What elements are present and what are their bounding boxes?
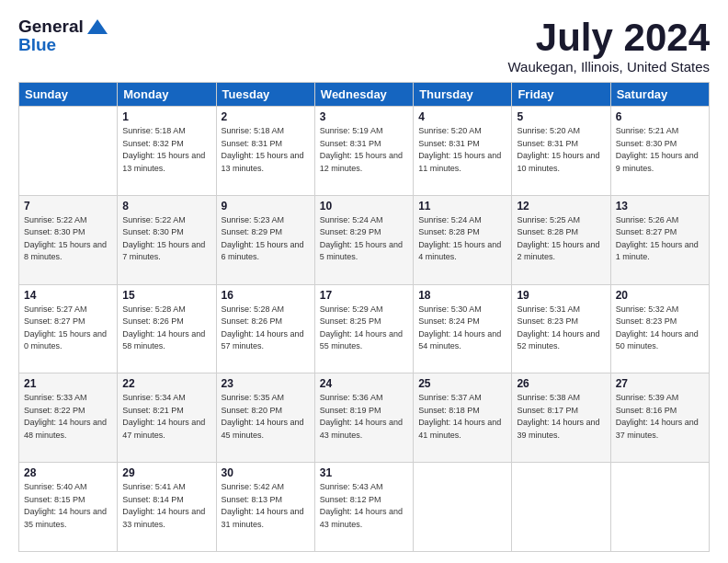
cell-3-3: 24 Sunrise: 5:36 AMSunset: 8:19 PMDaylig… [314,373,413,463]
day-info: Sunrise: 5:22 AMSunset: 8:30 PMDaylight:… [122,215,205,262]
cell-0-1: 1 Sunrise: 5:18 AMSunset: 8:32 PMDayligh… [118,107,216,196]
day-info: Sunrise: 5:19 AMSunset: 8:31 PMDaylight:… [320,126,403,173]
day-info: Sunrise: 5:26 AMSunset: 8:27 PMDaylight:… [616,215,699,262]
day-info: Sunrise: 5:36 AMSunset: 8:19 PMDaylight:… [320,393,403,440]
day-number: 24 [320,377,408,390]
week-row-3: 21 Sunrise: 5:33 AMSunset: 8:22 PMDaylig… [19,373,710,463]
svg-marker-0 [87,19,108,34]
cell-2-2: 16 Sunrise: 5:28 AMSunset: 8:26 PMDaylig… [216,284,314,373]
week-row-1: 7 Sunrise: 5:22 AMSunset: 8:30 PMDayligh… [19,195,710,284]
day-info: Sunrise: 5:22 AMSunset: 8:30 PMDaylight:… [24,215,107,262]
day-number: 25 [418,377,506,390]
day-info: Sunrise: 5:31 AMSunset: 8:23 PMDaylight:… [517,304,599,351]
cell-4-6 [610,463,709,552]
day-number: 26 [517,377,605,390]
header-friday: Friday [512,83,610,107]
day-number: 29 [122,466,210,479]
month-title: July 2024 [507,17,710,59]
cell-1-0: 7 Sunrise: 5:22 AMSunset: 8:30 PMDayligh… [19,195,118,284]
cell-1-1: 8 Sunrise: 5:22 AMSunset: 8:30 PMDayligh… [118,195,216,284]
day-number: 1 [122,110,210,123]
day-number: 28 [24,466,112,479]
day-number: 7 [24,200,112,213]
cell-4-2: 30 Sunrise: 5:42 AMSunset: 8:13 PMDaylig… [216,463,314,552]
cell-3-1: 22 Sunrise: 5:34 AMSunset: 8:21 PMDaylig… [118,373,216,463]
day-number: 5 [517,110,605,123]
logo-icon [87,19,108,34]
day-info: Sunrise: 5:39 AMSunset: 8:16 PMDaylight:… [616,393,699,440]
cell-0-4: 4 Sunrise: 5:20 AMSunset: 8:31 PMDayligh… [414,107,512,196]
day-number: 30 [222,466,310,479]
day-info: Sunrise: 5:20 AMSunset: 8:31 PMDaylight:… [517,126,599,173]
header: General Blue July 2024 Waukegan, Illinoi… [18,17,710,75]
header-saturday: Saturday [610,83,709,107]
cell-0-0 [19,107,118,196]
day-number: 10 [320,200,408,213]
day-info: Sunrise: 5:21 AMSunset: 8:30 PMDaylight:… [616,126,699,173]
cell-1-4: 11 Sunrise: 5:24 AMSunset: 8:28 PMDaylig… [414,195,512,284]
cell-4-4 [414,463,512,552]
day-info: Sunrise: 5:23 AMSunset: 8:29 PMDaylight:… [222,215,304,262]
day-number: 20 [616,289,704,302]
cell-4-3: 31 Sunrise: 5:43 AMSunset: 8:12 PMDaylig… [314,463,413,552]
day-number: 23 [222,377,310,390]
day-info: Sunrise: 5:29 AMSunset: 8:25 PMDaylight:… [320,304,403,351]
logo: General Blue [18,17,108,55]
day-number: 11 [418,200,506,213]
page: General Blue July 2024 Waukegan, Illinoi… [0,0,728,563]
logo-general-text: General [18,17,84,37]
day-info: Sunrise: 5:32 AMSunset: 8:23 PMDaylight:… [616,304,699,351]
header-thursday: Thursday [414,83,512,107]
logo-blue-text: Blue [18,35,56,55]
day-number: 17 [320,289,408,302]
cell-3-4: 25 Sunrise: 5:37 AMSunset: 8:18 PMDaylig… [414,373,512,463]
location-title: Waukegan, Illinois, United States [507,59,710,75]
cell-4-0: 28 Sunrise: 5:40 AMSunset: 8:15 PMDaylig… [19,463,118,552]
day-number: 8 [122,200,210,213]
cell-2-3: 17 Sunrise: 5:29 AMSunset: 8:25 PMDaylig… [314,284,413,373]
cell-1-2: 9 Sunrise: 5:23 AMSunset: 8:29 PMDayligh… [216,195,314,284]
day-number: 15 [122,289,210,302]
cell-3-5: 26 Sunrise: 5:38 AMSunset: 8:17 PMDaylig… [512,373,610,463]
cell-0-5: 5 Sunrise: 5:20 AMSunset: 8:31 PMDayligh… [512,107,610,196]
weekday-header-row: Sunday Monday Tuesday Wednesday Thursday… [19,83,710,107]
day-info: Sunrise: 5:35 AMSunset: 8:20 PMDaylight:… [222,393,304,440]
header-wednesday: Wednesday [314,83,413,107]
day-number: 31 [320,466,408,479]
day-info: Sunrise: 5:37 AMSunset: 8:18 PMDaylight:… [418,393,501,440]
day-number: 14 [24,289,112,302]
day-info: Sunrise: 5:25 AMSunset: 8:28 PMDaylight:… [517,215,599,262]
day-info: Sunrise: 5:30 AMSunset: 8:24 PMDaylight:… [418,304,501,351]
day-info: Sunrise: 5:33 AMSunset: 8:22 PMDaylight:… [24,393,107,440]
calendar-table: Sunday Monday Tuesday Wednesday Thursday… [18,82,710,552]
cell-1-6: 13 Sunrise: 5:26 AMSunset: 8:27 PMDaylig… [610,195,709,284]
day-info: Sunrise: 5:18 AMSunset: 8:32 PMDaylight:… [122,126,205,173]
cell-2-5: 19 Sunrise: 5:31 AMSunset: 8:23 PMDaylig… [512,284,610,373]
header-tuesday: Tuesday [216,83,314,107]
day-number: 27 [616,377,704,390]
day-number: 13 [616,200,704,213]
day-info: Sunrise: 5:24 AMSunset: 8:28 PMDaylight:… [418,215,501,262]
cell-0-2: 2 Sunrise: 5:18 AMSunset: 8:31 PMDayligh… [216,107,314,196]
day-info: Sunrise: 5:40 AMSunset: 8:15 PMDaylight:… [24,482,107,529]
day-info: Sunrise: 5:42 AMSunset: 8:13 PMDaylight:… [222,482,304,529]
cell-2-4: 18 Sunrise: 5:30 AMSunset: 8:24 PMDaylig… [414,284,512,373]
day-info: Sunrise: 5:43 AMSunset: 8:12 PMDaylight:… [320,482,403,529]
day-info: Sunrise: 5:27 AMSunset: 8:27 PMDaylight:… [24,304,107,351]
header-sunday: Sunday [19,83,118,107]
header-monday: Monday [118,83,216,107]
day-number: 12 [517,200,605,213]
cell-0-3: 3 Sunrise: 5:19 AMSunset: 8:31 PMDayligh… [314,107,413,196]
day-info: Sunrise: 5:28 AMSunset: 8:26 PMDaylight:… [122,304,205,351]
cell-1-3: 10 Sunrise: 5:24 AMSunset: 8:29 PMDaylig… [314,195,413,284]
day-number: 19 [517,289,605,302]
day-number: 22 [122,377,210,390]
day-number: 4 [418,110,506,123]
cell-3-2: 23 Sunrise: 5:35 AMSunset: 8:20 PMDaylig… [216,373,314,463]
cell-4-5 [512,463,610,552]
cell-2-6: 20 Sunrise: 5:32 AMSunset: 8:23 PMDaylig… [610,284,709,373]
day-info: Sunrise: 5:18 AMSunset: 8:31 PMDaylight:… [222,126,304,173]
day-number: 2 [222,110,310,123]
week-row-4: 28 Sunrise: 5:40 AMSunset: 8:15 PMDaylig… [19,463,710,552]
day-info: Sunrise: 5:41 AMSunset: 8:14 PMDaylight:… [122,482,205,529]
